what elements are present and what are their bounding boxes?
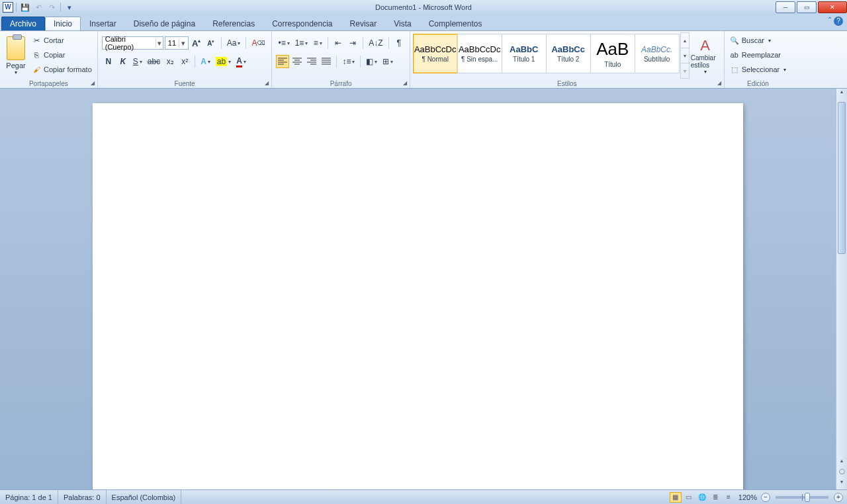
group-paragraph: •≡▾ 1≡▾ ≡▾ ⇤ ⇥ A↓Z ¶ <box>272 31 410 88</box>
view-web[interactable]: 🌐 <box>696 492 708 503</box>
subscript-button[interactable]: x₂ <box>163 55 177 68</box>
view-outline[interactable]: ≣ <box>709 492 721 503</box>
qat-customize[interactable]: ▾ <box>64 1 75 13</box>
tab-correspondencia[interactable]: Correspondencia <box>263 17 341 30</box>
group-font-label: Fuente <box>98 80 272 87</box>
tab-diseno[interactable]: Diseño de página <box>125 17 204 30</box>
tab-complementos[interactable]: Complementos <box>420 17 491 30</box>
group-font: Calibri (Cuerpo)▾ 11▾ A▴ A▾ Aa▾ A⌫ N K S… <box>98 31 273 88</box>
group-paragraph-label: Párrafo <box>272 80 409 87</box>
italic-button[interactable]: K <box>116 55 130 68</box>
status-language[interactable]: Español (Colombia) <box>107 490 182 504</box>
superscript-button[interactable]: x² <box>178 55 191 68</box>
shrink-font-button[interactable]: A▾ <box>204 36 218 50</box>
justify-button[interactable] <box>320 55 333 68</box>
minimize-button[interactable]: ─ <box>776 1 795 13</box>
font-size-combo[interactable]: 11▾ <box>165 36 189 50</box>
browse-object[interactable]: ◯ <box>836 468 847 479</box>
multilevel-button[interactable]: ≡▾ <box>311 36 324 50</box>
align-left-button[interactable] <box>276 55 289 68</box>
tab-vista[interactable]: Vista <box>385 17 420 30</box>
change-styles-button[interactable]: A Cambiar estilos ▾ <box>690 32 721 79</box>
redo-button[interactable]: ↷ <box>46 1 58 13</box>
tab-inicio[interactable]: Inicio <box>45 17 81 30</box>
quick-access-toolbar: W 💾 ↶ ↷ ▾ <box>0 1 78 13</box>
change-styles-icon: A <box>700 37 710 54</box>
ribbon: Pegar ▾ ✂Cortar ⎘Copiar 🖌Copiar formato … <box>0 30 847 89</box>
tab-referencias[interactable]: Referencias <box>204 17 263 30</box>
tab-file[interactable]: Archivo <box>1 17 45 30</box>
vertical-scrollbar[interactable]: ▴ ▴ ◯ ▾ <box>836 89 847 489</box>
decrease-indent-button[interactable]: ⇤ <box>332 36 345 50</box>
find-button[interactable]: 🔍Buscar▾ <box>729 34 787 47</box>
style-t-tulo-2[interactable]: AaBbCcTítulo 2 <box>546 34 591 73</box>
strikethrough-button[interactable]: abc <box>146 55 162 68</box>
style-t-tulo[interactable]: AaBTítulo <box>590 34 635 73</box>
next-page[interactable]: ▾ <box>836 479 847 489</box>
save-button[interactable]: 💾 <box>19 1 31 13</box>
style-subt-tulo[interactable]: AaBbCc.Subtítulo <box>635 34 680 73</box>
font-name-combo[interactable]: Calibri (Cuerpo)▾ <box>102 36 163 50</box>
format-painter-button[interactable]: 🖌Copiar formato <box>30 63 93 76</box>
gallery-up[interactable]: ▴ <box>681 33 689 48</box>
view-fullscreen[interactable]: ▭ <box>683 492 695 503</box>
titlebar: W 💾 ↶ ↷ ▾ Documento1 - Microsoft Word ─ … <box>0 0 847 15</box>
scroll-up[interactable]: ▴ <box>836 89 847 99</box>
show-marks-button[interactable]: ¶ <box>392 36 406 50</box>
replace-icon: ab <box>730 50 739 60</box>
replace-button[interactable]: abReemplazar <box>729 48 787 62</box>
text-effects-button[interactable]: A▾ <box>199 55 212 68</box>
numbering-button[interactable]: 1≡▾ <box>293 36 310 50</box>
increase-indent-button[interactable]: ⇥ <box>346 36 359 50</box>
view-print-layout[interactable]: ▦ <box>670 492 682 503</box>
prev-page[interactable]: ▴ <box>836 458 847 468</box>
underline-button[interactable]: S▾ <box>131 55 144 68</box>
align-center-button[interactable] <box>290 55 304 68</box>
line-spacing-button[interactable]: ↕≡▾ <box>340 55 357 68</box>
undo-button[interactable]: ↶ <box>32 1 44 13</box>
zoom-in[interactable]: + <box>834 493 843 502</box>
zoom-out[interactable]: − <box>761 493 770 502</box>
highlight-button[interactable]: ab▾ <box>214 55 233 68</box>
app-icon[interactable]: W <box>3 2 13 13</box>
status-page[interactable]: Página: 1 de 1 <box>0 490 58 504</box>
window-controls: ─ ▭ ✕ <box>774 1 847 13</box>
page[interactable] <box>93 103 743 489</box>
maximize-button[interactable]: ▭ <box>797 1 817 13</box>
shading-button[interactable]: ◧▾ <box>364 55 379 68</box>
copy-button[interactable]: ⎘Copiar <box>30 48 93 62</box>
zoom-slider[interactable] <box>776 496 828 499</box>
gallery-down[interactable]: ▾ <box>681 48 689 63</box>
help-icon[interactable]: ? <box>834 17 843 26</box>
cut-button[interactable]: ✂Cortar <box>30 34 93 47</box>
borders-button[interactable]: ⊞▾ <box>380 55 395 68</box>
font-color-button[interactable]: A▾ <box>234 55 248 68</box>
style--sin-espa-[interactable]: AaBbCcDc¶ Sin espa... <box>457 34 502 73</box>
style--normal[interactable]: AaBbCcDc¶ Normal <box>413 34 458 73</box>
paragraph-launcher[interactable]: ◢ <box>402 80 408 87</box>
view-draft[interactable]: ≡ <box>723 492 735 503</box>
close-button[interactable]: ✕ <box>818 1 847 13</box>
tab-insertar[interactable]: Insertar <box>81 17 125 30</box>
clipboard-launcher[interactable]: ◢ <box>89 80 96 87</box>
scroll-thumb[interactable] <box>838 102 846 254</box>
minimize-ribbon-icon[interactable]: ˆ <box>828 17 831 26</box>
select-button[interactable]: ⬚Seleccionar▾ <box>729 63 787 76</box>
align-right-button[interactable] <box>305 55 318 68</box>
paste-button[interactable]: Pegar ▾ <box>3 32 29 79</box>
bold-button[interactable]: N <box>102 55 115 68</box>
styles-launcher[interactable]: ◢ <box>716 80 723 87</box>
font-launcher[interactable]: ◢ <box>263 80 270 87</box>
sort-button[interactable]: A↓Z <box>367 36 384 50</box>
bullets-button[interactable]: •≡▾ <box>276 36 291 50</box>
clear-formatting-button[interactable]: A⌫ <box>249 36 267 50</box>
change-case-button[interactable]: Aa▾ <box>225 36 243 50</box>
group-styles-label: Estilos <box>410 80 724 87</box>
grow-font-button[interactable]: A▴ <box>190 36 203 50</box>
cursor-icon: ⬚ <box>730 65 739 74</box>
style-t-tulo-1[interactable]: AaBbCTítulo 1 <box>502 34 547 73</box>
tab-revisar[interactable]: Revisar <box>341 17 386 30</box>
gallery-more[interactable]: ▿ <box>681 63 689 78</box>
status-words[interactable]: Palabras: 0 <box>58 490 107 504</box>
zoom-level[interactable]: 120% <box>738 493 757 501</box>
